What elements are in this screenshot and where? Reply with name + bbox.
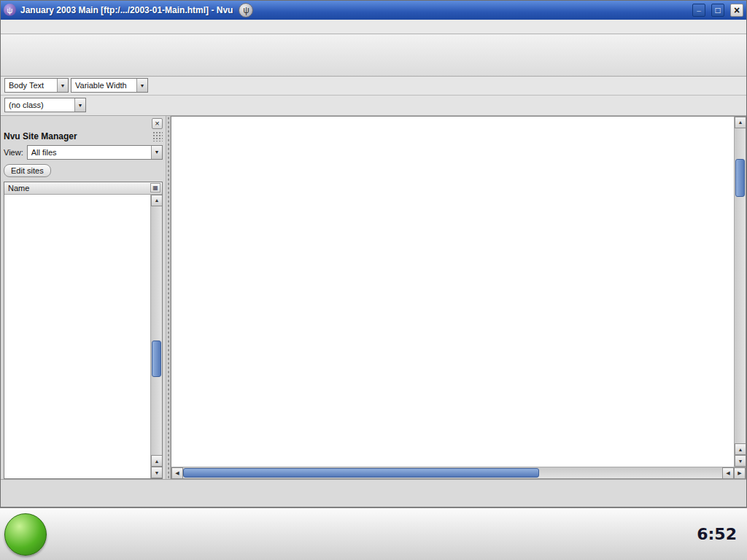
panel-title: Nvu Site Manager	[4, 131, 152, 141]
titlebar[interactable]: January 2003 Main [ftp:/.../2003-01-Main…	[1, 1, 746, 20]
panel-title-row: Nvu Site Manager	[4, 130, 163, 144]
site-toolbar: Edit sites	[4, 161, 163, 180]
scroll-thumb[interactable]	[735, 159, 745, 197]
maximize-button[interactable]	[711, 4, 724, 17]
editor-vscrollbar[interactable]	[734, 117, 746, 467]
minimize-button[interactable]	[692, 4, 705, 17]
chevron-down-icon[interactable]	[136, 79, 147, 92]
class-toolbar: (no class)	[1, 96, 746, 116]
scroll-up-icon[interactable]	[151, 455, 162, 467]
file-tree-body	[4, 195, 162, 479]
scroll-thumb[interactable]	[183, 468, 539, 478]
scroll-up-icon[interactable]	[735, 443, 746, 455]
paragraph-style-select[interactable]: Body Text	[4, 78, 69, 93]
window-bottom-edge	[1, 495, 746, 507]
file-tree-panel: Name	[4, 182, 163, 480]
scroll-up-icon[interactable]	[151, 195, 162, 206]
nvu-app-icon	[4, 4, 16, 16]
kde-taskbar: 6:52	[0, 508, 747, 560]
file-tree-header: Name	[4, 182, 162, 195]
scroll-track[interactable]	[151, 206, 162, 456]
scroll-left-icon[interactable]	[171, 467, 183, 479]
nvu-window: January 2003 Main [ftp:/.../2003-01-Main…	[0, 0, 747, 508]
source-editor-main	[171, 117, 746, 467]
view-label: View:	[4, 148, 23, 157]
main-toolbar	[1, 34, 746, 77]
scroll-thumb[interactable]	[152, 341, 161, 377]
view-filter-value: All files	[31, 148, 148, 157]
panel-close-icon[interactable]	[152, 118, 163, 129]
css-class-value: (no class)	[9, 101, 71, 109]
panel-header	[4, 117, 163, 130]
nvu-medallion-icon	[239, 3, 253, 18]
site-manager-panel: Nvu Site Manager View: All files Edit si…	[1, 116, 166, 480]
file-list	[4, 195, 150, 479]
column-picker-icon[interactable]	[150, 183, 160, 192]
scroll-track[interactable]	[183, 467, 722, 478]
close-button[interactable]	[730, 4, 743, 17]
kde-start-button[interactable]	[4, 513, 47, 556]
view-mode-tabbar	[1, 479, 746, 495]
panel-splitter[interactable]	[166, 116, 171, 480]
chevron-down-icon[interactable]	[74, 98, 85, 112]
view-filter-select[interactable]: All files	[27, 145, 163, 160]
font-name-select[interactable]: Variable Width	[71, 78, 148, 93]
desktop: January 2003 Main [ftp:/.../2003-01-Main…	[0, 0, 747, 560]
window-title: January 2003 Main [ftp:/.../2003-01-Main…	[20, 5, 233, 15]
chevron-down-icon[interactable]	[151, 146, 162, 159]
paragraph-style-value: Body Text	[9, 81, 54, 90]
drag-grip-icon[interactable]	[152, 131, 163, 141]
content-area: Nvu Site Manager View: All files Edit si…	[1, 116, 746, 480]
edit-sites-button[interactable]: Edit sites	[4, 164, 51, 177]
font-name-value: Variable Width	[75, 81, 133, 90]
menubar	[1, 20, 746, 34]
system-tray	[681, 519, 687, 549]
scroll-left-icon[interactable]	[722, 467, 734, 479]
view-row: View: All files	[4, 144, 163, 161]
source-editor	[171, 116, 746, 480]
css-class-select[interactable]: (no class)	[4, 98, 86, 112]
scroll-right-icon[interactable]	[734, 467, 746, 479]
editor-hscrollbar[interactable]	[171, 467, 746, 478]
file-list-scrollbar[interactable]	[150, 195, 162, 479]
format-toolbar: Body Text Variable Width	[1, 77, 746, 96]
scroll-down-icon[interactable]	[151, 467, 162, 478]
source-code-area[interactable]	[171, 117, 734, 467]
scroll-up-icon[interactable]	[735, 117, 746, 128]
name-column-header: Name	[8, 184, 29, 192]
scroll-track[interactable]	[735, 128, 746, 444]
taskbar-clock[interactable]: 6:52	[691, 525, 743, 543]
chevron-down-icon[interactable]	[57, 79, 68, 92]
scroll-down-icon[interactable]	[735, 455, 746, 467]
